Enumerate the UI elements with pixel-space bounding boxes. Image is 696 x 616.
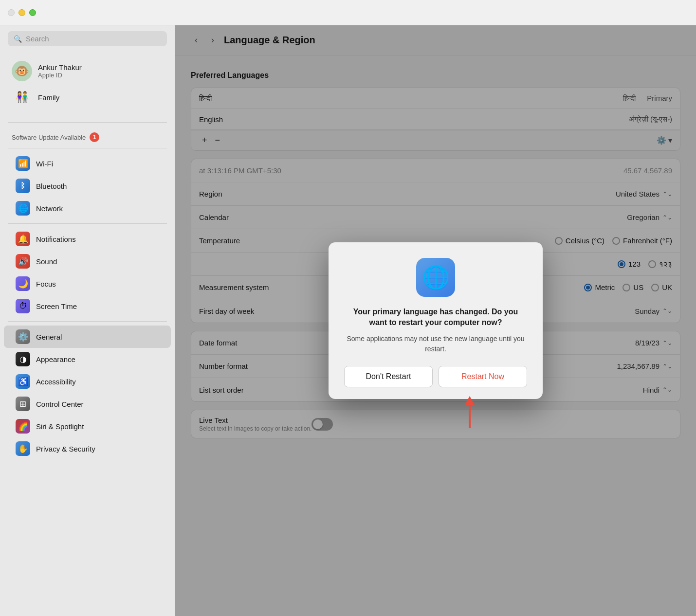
search-bar[interactable]: 🔍 Search xyxy=(8,31,167,46)
restart-modal: 🌐 Your primary language has changed. Do … xyxy=(329,242,543,399)
red-arrow-annotation xyxy=(465,396,475,428)
general-icon: ⚙️ xyxy=(16,329,30,344)
dont-restart-button[interactable]: Don't Restart xyxy=(344,366,433,387)
network-icon: 🌐 xyxy=(16,201,30,216)
sidebar-label-network: Network xyxy=(36,204,63,213)
wifi-icon: 📶 xyxy=(16,156,30,171)
arrow-body xyxy=(469,405,471,428)
sidebar-divider-2 xyxy=(8,148,167,148)
privacy-icon: ✋ xyxy=(16,441,30,456)
sidebar-label-sound: Sound xyxy=(36,257,57,266)
sidebar-item-wifi[interactable]: 📶 Wi-Fi xyxy=(4,152,171,175)
minimize-button[interactable] xyxy=(18,9,25,16)
arrow-head xyxy=(465,396,475,405)
software-update-label: Software Update Available xyxy=(12,134,86,141)
sidebar-item-controlcenter[interactable]: ⊞ Control Center xyxy=(4,393,171,415)
sidebar-label-appearance: Appearance xyxy=(36,355,75,363)
bluetooth-icon: ᛒ xyxy=(16,179,30,193)
restart-now-button[interactable]: Restart Now xyxy=(439,366,527,387)
title-bar xyxy=(0,0,696,25)
sidebar-label-bluetooth: Bluetooth xyxy=(36,182,67,190)
sidebar-label-siri: Siri & Spotlight xyxy=(36,422,84,431)
sidebar-item-siri[interactable]: 🌈 Siri & Spotlight xyxy=(4,415,171,437)
sidebar-item-sound[interactable]: 🔊 Sound xyxy=(4,250,171,272)
sidebar-divider-3 xyxy=(8,223,167,224)
accessibility-icon: ♿ xyxy=(16,374,30,389)
family-avatar: 👫 xyxy=(12,87,32,108)
user-section: 🐵 Ankur Thakur Apple ID 👫 Family xyxy=(0,54,175,118)
sidebar: 🔍 Search 🐵 Ankur Thakur Apple ID 👫 Famil… xyxy=(0,25,175,616)
sidebar-item-appearance[interactable]: ◑ Appearance xyxy=(4,348,171,370)
modal-title: Your primary language has changed. Do yo… xyxy=(344,307,527,328)
traffic-lights xyxy=(8,9,36,16)
sidebar-label-general: General xyxy=(36,333,62,341)
update-badge: 1 xyxy=(90,132,99,142)
maximize-button[interactable] xyxy=(29,9,36,16)
sound-icon: 🔊 xyxy=(16,254,30,269)
notifications-icon: 🔔 xyxy=(16,232,30,246)
focus-icon: 🌙 xyxy=(16,276,30,291)
modal-buttons: Don't Restart Restart Now xyxy=(344,366,527,387)
family-item[interactable]: 👫 Family xyxy=(8,84,167,110)
user-avatar: 🐵 xyxy=(12,61,32,81)
sidebar-item-focus[interactable]: 🌙 Focus xyxy=(4,272,171,295)
user-subtitle: Apple ID xyxy=(38,72,82,79)
sidebar-item-bluetooth[interactable]: ᛒ Bluetooth xyxy=(4,175,171,197)
sidebar-item-screentime[interactable]: ⏱ Screen Time xyxy=(4,295,171,317)
siri-icon: 🌈 xyxy=(16,419,30,434)
sidebar-item-network[interactable]: 🌐 Network xyxy=(4,197,171,219)
sidebar-divider-1 xyxy=(8,122,167,123)
sidebar-item-accessibility[interactable]: ♿ Accessibility xyxy=(4,370,171,393)
sidebar-label-screentime: Screen Time xyxy=(36,302,77,310)
modal-body: Some applications may not use the new la… xyxy=(344,334,527,354)
app-window: 🔍 Search 🐵 Ankur Thakur Apple ID 👫 Famil… xyxy=(0,25,696,616)
main-content: ‹ › Language & Region Preferred Language… xyxy=(175,25,696,616)
modal-overlay: 🌐 Your primary language has changed. Do … xyxy=(175,25,696,616)
user-name: Ankur Thakur xyxy=(38,63,82,72)
sidebar-label-notifications: Notifications xyxy=(36,235,76,243)
sidebar-label-controlcenter: Control Center xyxy=(36,400,84,408)
sidebar-divider-4 xyxy=(8,321,167,322)
family-label: Family xyxy=(38,93,59,102)
modal-wrapper: 🌐 Your primary language has changed. Do … xyxy=(329,242,543,399)
controlcenter-icon: ⊞ xyxy=(16,397,30,411)
user-info: Ankur Thakur Apple ID xyxy=(38,63,82,79)
sidebar-label-wifi: Wi-Fi xyxy=(36,160,53,168)
sidebar-label-privacy: Privacy & Security xyxy=(36,445,95,453)
search-input-placeholder[interactable]: Search xyxy=(26,35,49,43)
appearance-icon: ◑ xyxy=(16,352,30,366)
modal-globe-icon: 🌐 xyxy=(416,258,455,297)
software-update-section[interactable]: Software Update Available 1 xyxy=(0,127,175,144)
sidebar-item-privacy[interactable]: ✋ Privacy & Security xyxy=(4,437,171,460)
sidebar-item-notifications[interactable]: 🔔 Notifications xyxy=(4,228,171,250)
sidebar-label-accessibility: Accessibility xyxy=(36,378,76,386)
search-icon: 🔍 xyxy=(14,35,22,43)
sidebar-item-general[interactable]: ⚙️ General xyxy=(4,326,171,348)
user-profile-item[interactable]: 🐵 Ankur Thakur Apple ID xyxy=(8,58,167,84)
close-button[interactable] xyxy=(8,9,15,16)
screentime-icon: ⏱ xyxy=(16,299,30,313)
sidebar-label-focus: Focus xyxy=(36,280,56,288)
